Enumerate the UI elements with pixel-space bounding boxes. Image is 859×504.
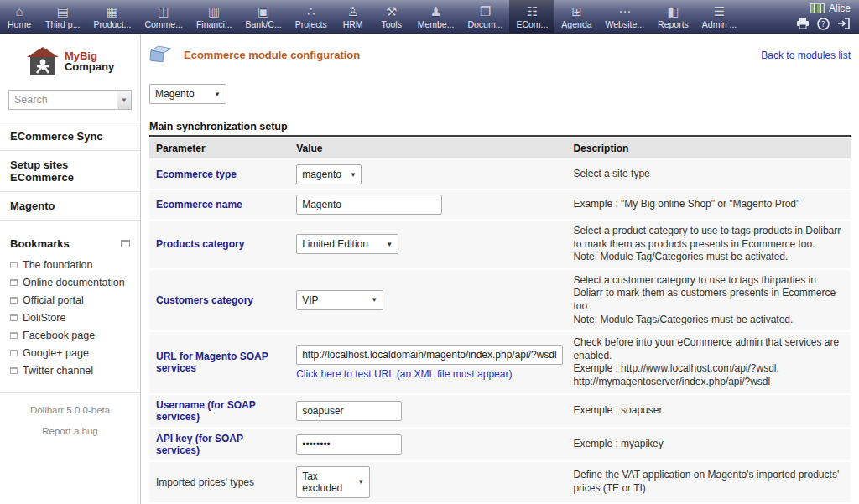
user-menu[interactable]: Alice xyxy=(810,3,851,14)
sidebar-item-magento[interactable]: Magento xyxy=(0,192,140,221)
sidebar-item-setup-sites-ecommerce[interactable]: Setup sites ECommerce xyxy=(0,151,140,192)
menu-label: Admin ... xyxy=(702,19,737,29)
menu-home[interactable]: ⌂Home xyxy=(0,0,39,33)
help-icon[interactable]: ? xyxy=(817,18,830,30)
column-header: Value xyxy=(289,138,566,158)
bookmark-item[interactable]: Facebook page xyxy=(0,326,140,344)
menu-label: Membe... xyxy=(418,19,455,29)
menu-tools[interactable]: ⚒Tools xyxy=(372,0,411,33)
menu-reports[interactable]: ◧Reports xyxy=(651,0,695,33)
menu-label: Home xyxy=(8,19,31,29)
menu-label: Projects xyxy=(295,19,327,29)
param-description: Exemple : soapuser xyxy=(566,395,851,427)
company-logo-icon xyxy=(26,46,60,76)
bookmark-item[interactable]: Twitter channel xyxy=(0,361,140,379)
menu-website[interactable]: ⋯Website... xyxy=(599,0,652,33)
search-dropdown-button[interactable]: ▼ xyxy=(117,90,132,110)
soap-url-input[interactable] xyxy=(296,345,563,365)
site-select[interactable]: Magento ▼ xyxy=(149,84,226,104)
param-label: Ecommerce name xyxy=(149,190,289,219)
user-name: Alice xyxy=(829,3,851,14)
table-row: API key (for SOAP services)Exemple : mya… xyxy=(149,429,851,460)
back-to-modules-link[interactable]: Back to modules list xyxy=(761,49,851,61)
svg-text:?: ? xyxy=(821,20,825,29)
dolibarr-app: ⌂Home▤Third p...▦Product...◫Comme...▥Fin… xyxy=(0,0,859,504)
imported-prices-types-select[interactable]: Tax excluded▼ xyxy=(296,466,370,498)
param-label: API key (for SOAP services) xyxy=(149,429,289,460)
ecommerce-name-input[interactable] xyxy=(296,195,442,215)
param-description: Select a customer category to use to tag… xyxy=(566,270,851,330)
menu-third-parties[interactable]: ▤Third p... xyxy=(39,0,86,33)
soap-username-input[interactable] xyxy=(296,401,402,421)
table-row: URL for Magento SOAP servicesClick here … xyxy=(149,332,851,392)
search-box: ▼ xyxy=(0,90,140,110)
menu-projects[interactable]: ∴Projects xyxy=(289,0,334,33)
menu-financial[interactable]: ▥Financi... xyxy=(190,0,239,33)
table-row: Ecommerce nameExample : "My Big online S… xyxy=(149,190,851,219)
menu-products[interactable]: ▦Product... xyxy=(86,0,138,33)
menu-label: Financi... xyxy=(196,19,232,29)
sidebar-menu: ECommerce SyncSetup sites ECommerceMagen… xyxy=(0,122,140,221)
bookmark-label: DoliStore xyxy=(23,312,65,324)
bookmark-item[interactable]: DoliStore xyxy=(0,309,140,326)
menu-commercial[interactable]: ◫Comme... xyxy=(138,0,190,33)
bookmark-label: Online documentation xyxy=(23,277,125,288)
bookmark-label: Facebook page xyxy=(23,330,95,341)
sidebar: MyBig Company ▼ ECommerce SyncSetup site… xyxy=(0,34,141,504)
sidebar-item-ecommerce-sync[interactable]: ECommerce Sync xyxy=(0,122,140,151)
third-parties-icon: ▤ xyxy=(57,4,69,18)
customers-category-select[interactable]: VIP▼ xyxy=(296,290,383,310)
tools-icon: ⚒ xyxy=(386,4,397,18)
imported-prices-types-select-value: Tax excluded xyxy=(302,470,349,494)
logout-icon[interactable] xyxy=(837,18,851,29)
bookmark-item[interactable]: The foundation xyxy=(0,256,140,273)
user-avatar xyxy=(810,3,825,13)
bookmark-label: Official portal xyxy=(23,294,84,306)
search-input[interactable] xyxy=(8,90,117,110)
company-logo[interactable]: MyBig Company xyxy=(0,34,140,90)
bookmark-label: Google+ page xyxy=(23,347,89,359)
products-category-select[interactable]: Limited Edition▼ xyxy=(296,234,398,254)
hrm-icon: ♙ xyxy=(347,4,358,18)
menu-label: HRM xyxy=(343,19,363,29)
test-url-link[interactable]: Click here to test URL (an XML file must… xyxy=(296,368,560,380)
bank-cash-icon: ▣ xyxy=(258,4,269,18)
menu-hrm[interactable]: ♙HRM xyxy=(334,0,372,33)
bookmarks-settings-icon[interactable] xyxy=(121,240,130,247)
menu-members[interactable]: ♟Membe... xyxy=(411,0,461,33)
menu-documents[interactable]: ❐Docum... xyxy=(461,0,509,33)
param-label: Imported prices' types xyxy=(149,462,289,502)
bookmark-label: The foundation xyxy=(23,259,92,271)
top-menu-bar: ⌂Home▤Third p...▦Product...◫Comme...▥Fin… xyxy=(0,0,859,34)
section-title: Main synchronization setup xyxy=(149,121,851,137)
ecommerce-type-select[interactable]: magento▼ xyxy=(296,164,362,184)
company-name: MyBig Company xyxy=(65,50,114,72)
projects-icon: ∴ xyxy=(307,4,315,18)
param-value-cell: VIP▼ xyxy=(289,270,566,330)
topbar-menus: ⌂Home▤Third p...▦Product...◫Comme...▥Fin… xyxy=(0,0,743,33)
bookmark-item[interactable]: Official portal xyxy=(0,291,140,309)
column-header: Parameter xyxy=(149,138,289,158)
menu-ecommerce[interactable]: ☷ECom... xyxy=(509,0,554,33)
print-icon[interactable] xyxy=(796,18,810,29)
documents-icon: ❐ xyxy=(480,4,491,18)
param-value-cell xyxy=(289,190,566,219)
bookmark-item[interactable]: Online documentation xyxy=(0,273,140,291)
sidebar-footer: Dolibarr 5.0.0-beta Report a bug xyxy=(0,392,140,436)
menu-bank-cash[interactable]: ▣Bank/C... xyxy=(239,0,289,33)
admin-icon: ☰ xyxy=(714,4,725,18)
menu-admin[interactable]: ☰Admin ... xyxy=(695,0,743,33)
bookmark-item[interactable]: Google+ page xyxy=(0,344,140,361)
menu-agenda[interactable]: ⊞Agenda xyxy=(554,0,598,33)
chevron-down-icon: ▼ xyxy=(386,241,393,248)
param-description: Select a product category to use to tags… xyxy=(566,221,851,268)
bookmark-icon xyxy=(10,332,18,339)
api-key-input[interactable] xyxy=(296,434,402,455)
report-bug-link[interactable]: Report a bug xyxy=(0,426,140,436)
param-description: Example : "My Big online Shop" or "Magen… xyxy=(566,190,851,219)
table-row: Ecommerce typemagento▼Select a site type xyxy=(149,160,851,189)
menu-label: Third p... xyxy=(45,19,80,29)
topbar-right: Alice ? xyxy=(788,0,859,33)
menu-label: Comme... xyxy=(144,19,183,29)
param-value-cell: magento▼ xyxy=(289,160,566,189)
